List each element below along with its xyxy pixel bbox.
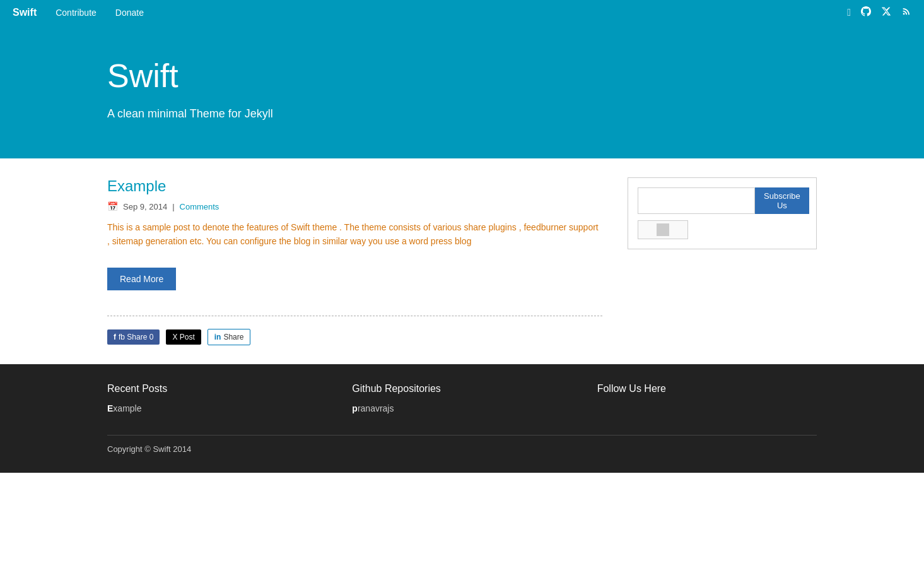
fb-share-label: fb Share 0 [119,333,153,341]
post-divider [107,316,602,316]
post-meta-separator: | [172,202,174,211]
main-content: Example 📅 Sep 9, 2014 | Comments This is… [0,158,924,364]
facebook-share-button[interactable]: f fb Share 0 [107,329,160,345]
footer-recent-posts: Recent Posts Example [107,383,327,416]
svg-point-0 [903,13,905,15]
linkedin-share-button[interactable]: in Share [208,329,251,345]
fb-icon: f [114,333,116,341]
footer-recent-posts-title: Recent Posts [107,383,327,394]
read-more-button[interactable]: Read More [107,268,176,290]
hero-subtitle: A clean minimal Theme for Jekyll [107,107,817,121]
twitter-icon[interactable] [881,6,891,19]
hero-title: Swift [107,57,817,95]
footer-github-link[interactable]: pranavrajs [352,403,571,413]
donate-link[interactable]: Donate [115,8,144,18]
linkedin-share-label: Share [223,333,243,341]
footer-grid: Recent Posts Example Github Repositories… [107,383,817,416]
footer-follow-title: Follow Us Here [597,383,817,394]
post-date: Sep 9, 2014 [123,202,167,211]
github-icon[interactable] [861,6,871,19]
subscribe-input[interactable] [638,187,755,214]
subscribe-image [638,220,688,239]
post-title[interactable]: Example [107,177,602,195]
nav-brand[interactable]: Swift [13,7,37,18]
footer: Recent Posts Example Github Repositories… [0,364,924,473]
hero-section: Swift A clean minimal Theme for Jekyll [0,25,924,158]
footer-post-link[interactable]: Example [107,403,327,413]
post-comments-link[interactable]: Comments [180,202,219,211]
post-meta: 📅 Sep 9, 2014 | Comments [107,201,602,211]
subscribe-row: Subscribe Us [638,187,807,214]
footer-follow: Follow Us Here [597,383,817,416]
nav-left: Swift Contribute Donate [13,7,144,18]
subscribe-button[interactable]: Subscribe Us [755,187,809,214]
xpost-button[interactable]: X Post [166,329,201,345]
footer-copyright: Copyright © Swift 2014 [107,435,817,454]
footer-github-title: Github Repositories [352,383,571,394]
subscribe-box: Subscribe Us [628,177,817,249]
linkedin-icon: in [214,333,221,341]
calendar-icon: 📅 [107,201,118,211]
footer-github: Github Repositories pranavrajs [352,383,571,416]
navbar: Swift Contribute Donate  [0,0,924,25]
contribute-link[interactable]: Contribute [56,8,96,18]
nav-right:  [847,6,911,19]
facebook-icon[interactable]:  [847,7,851,18]
share-buttons: f fb Share 0 X Post in Share [107,329,602,345]
sidebar: Subscribe Us [628,177,817,345]
rss-icon[interactable] [901,6,911,19]
svg-rect-1 [657,223,669,236]
post-excerpt: This is a sample post to denote the feat… [107,220,602,249]
post-item: Example 📅 Sep 9, 2014 | Comments This is… [107,177,602,345]
posts-area: Example 📅 Sep 9, 2014 | Comments This is… [107,177,602,345]
